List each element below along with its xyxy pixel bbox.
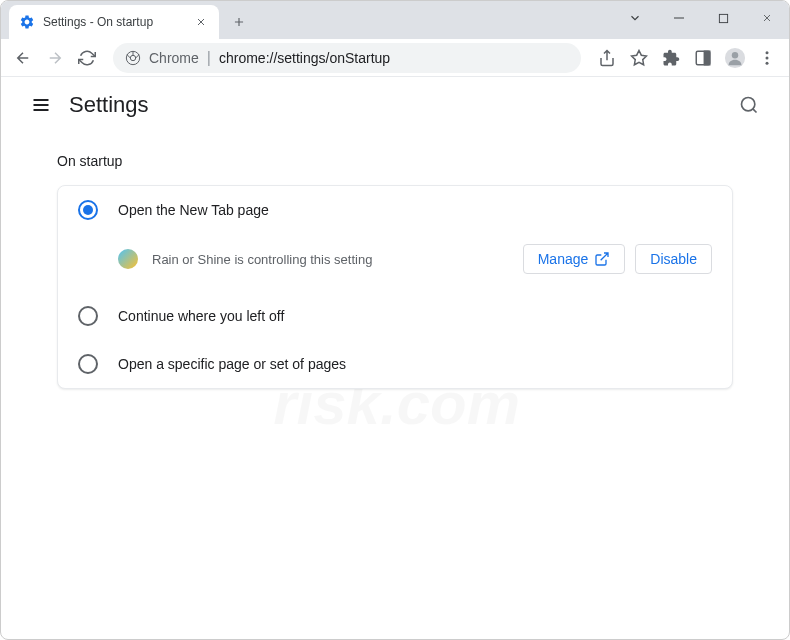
svg-point-10: [742, 98, 755, 111]
omnibox-url: chrome://settings/onStartup: [219, 50, 390, 66]
gear-icon: [19, 14, 35, 30]
radio-icon: [78, 200, 98, 220]
page-title: Settings: [69, 92, 149, 118]
radio-icon: [78, 306, 98, 326]
radio-label: Open a specific page or set of pages: [118, 356, 346, 372]
omnibox-separator: |: [207, 49, 211, 67]
content: On startup Open the New Tab page Rain or…: [1, 133, 789, 409]
svg-point-9: [766, 61, 769, 64]
extension-notice-text: Rain or Shine is controlling this settin…: [152, 252, 509, 267]
manage-label: Manage: [538, 251, 589, 267]
menu-icon[interactable]: [753, 44, 781, 72]
sidepanel-icon[interactable]: [689, 44, 717, 72]
tab-title: Settings - On startup: [43, 15, 185, 29]
radio-label: Open the New Tab page: [118, 202, 269, 218]
radio-icon: [78, 354, 98, 374]
search-icon[interactable]: [729, 85, 769, 125]
bookmark-icon[interactable]: [625, 44, 653, 72]
extension-app-icon: [118, 249, 138, 269]
browser-tab[interactable]: Settings - On startup: [9, 5, 219, 39]
extension-buttons: Manage Disable: [523, 244, 712, 274]
section-title: On startup: [57, 153, 733, 169]
share-icon[interactable]: [593, 44, 621, 72]
svg-point-8: [766, 56, 769, 59]
svg-point-7: [766, 51, 769, 54]
startup-card: Open the New Tab page Rain or Shine is c…: [57, 185, 733, 389]
reload-button[interactable]: [73, 44, 101, 72]
forward-button[interactable]: [41, 44, 69, 72]
address-bar[interactable]: Chrome | chrome://settings/onStartup: [113, 43, 581, 73]
minimize-button[interactable]: [657, 1, 701, 35]
chrome-icon: [125, 50, 141, 66]
svg-rect-4: [705, 51, 710, 65]
external-link-icon: [594, 251, 610, 267]
radio-option-new-tab[interactable]: Open the New Tab page: [58, 186, 732, 234]
close-icon[interactable]: [193, 14, 209, 30]
extension-notice: Rain or Shine is controlling this settin…: [58, 234, 732, 292]
radio-option-continue[interactable]: Continue where you left off: [58, 292, 732, 340]
radio-option-specific[interactable]: Open a specific page or set of pages: [58, 340, 732, 388]
svg-point-6: [732, 52, 738, 58]
settings-header: Settings: [1, 77, 789, 133]
disable-label: Disable: [650, 251, 697, 267]
new-tab-button[interactable]: [225, 8, 253, 36]
extensions-icon[interactable]: [657, 44, 685, 72]
hamburger-icon[interactable]: [21, 85, 61, 125]
toolbar: Chrome | chrome://settings/onStartup: [1, 39, 789, 77]
profile-icon[interactable]: [721, 44, 749, 72]
window-controls: [613, 1, 789, 35]
svg-rect-0: [719, 14, 727, 22]
maximize-button[interactable]: [701, 1, 745, 35]
radio-label: Continue where you left off: [118, 308, 284, 324]
omnibox-prefix: Chrome: [149, 50, 199, 66]
close-button[interactable]: [745, 1, 789, 35]
svg-point-2: [130, 55, 135, 60]
manage-button[interactable]: Manage: [523, 244, 626, 274]
chevron-down-icon[interactable]: [613, 1, 657, 35]
disable-button[interactable]: Disable: [635, 244, 712, 274]
titlebar: Settings - On startup: [1, 1, 789, 39]
back-button[interactable]: [9, 44, 37, 72]
